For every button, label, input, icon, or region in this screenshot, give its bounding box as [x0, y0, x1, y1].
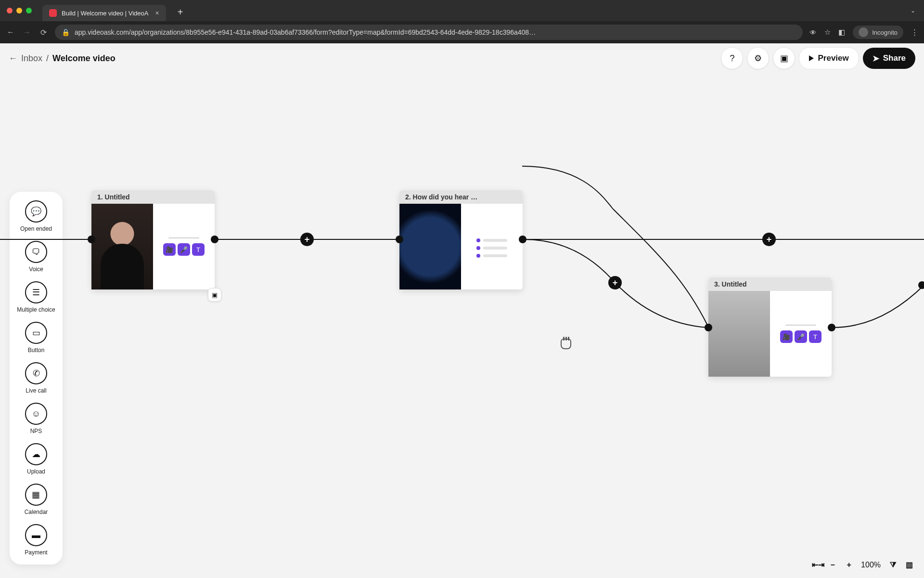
tab-overflow-icon[interactable]: ⌄: [911, 7, 915, 14]
new-tab-button[interactable]: +: [178, 7, 183, 18]
choice-option: [476, 246, 507, 250]
incognito-label: Incognito: [872, 29, 898, 36]
node-input-port[interactable]: [705, 324, 712, 331]
tool-multiple-choice[interactable]: ☰ Multiple choice: [17, 281, 55, 313]
window-close-icon[interactable]: [7, 8, 13, 13]
gear-icon: ⚙: [754, 53, 762, 64]
calendar-icon: ▦: [32, 489, 40, 500]
node-output-port[interactable]: [828, 324, 835, 331]
add-step-button[interactable]: +: [300, 233, 314, 246]
grid-view-icon[interactable]: ▥: [905, 560, 913, 569]
audio-answer-icon: 🎤: [795, 330, 807, 343]
url-input[interactable]: 🔒 app.videoask.com/app/organizations/8b9…: [55, 25, 803, 40]
add-step-button[interactable]: +: [762, 233, 776, 246]
tool-label: Voice: [29, 266, 43, 273]
card-icon: ▬: [32, 530, 40, 540]
incognito-icon: [859, 27, 868, 37]
bookmark-star-icon[interactable]: ☆: [824, 28, 831, 37]
text-answer-icon: T: [192, 243, 205, 256]
button-shape-icon: ▭: [32, 328, 40, 338]
node-title: 1. Untitled: [91, 190, 215, 204]
tab-close-icon[interactable]: ×: [155, 9, 159, 17]
node-title: 3. Untitled: [708, 277, 832, 291]
zoom-out-button[interactable]: −: [828, 561, 837, 569]
phone-icon: ✆: [33, 368, 40, 379]
help-icon: ?: [730, 53, 734, 64]
tool-label: Live call: [26, 387, 46, 394]
tool-nps[interactable]: ☺ NPS: [25, 403, 47, 434]
window-minimize-icon[interactable]: [16, 8, 22, 13]
tool-label: Button: [28, 347, 45, 354]
text-answer-icon: T: [809, 330, 821, 343]
help-button[interactable]: ?: [721, 47, 743, 69]
eye-off-icon[interactable]: 👁: [809, 28, 817, 37]
zoom-percent: 100%: [861, 561, 881, 569]
choice-option: [476, 254, 507, 258]
share-button[interactable]: ➤ Share: [863, 48, 915, 69]
tool-voice[interactable]: 🗨 Voice: [25, 241, 47, 273]
window-zoom-icon[interactable]: [26, 8, 32, 13]
list-icon: ☰: [32, 287, 40, 298]
window-controls[interactable]: [7, 8, 32, 13]
browser-tab[interactable]: Build | Welcome video | VideoA ×: [42, 5, 166, 21]
node-input-port[interactable]: [918, 281, 924, 289]
tool-label: Open ended: [20, 225, 52, 232]
responses-button[interactable]: ▣: [773, 47, 795, 69]
flow-node-3[interactable]: 3. Untitled 🎥 🎤 T: [708, 277, 832, 377]
incognito-badge[interactable]: Incognito: [853, 26, 903, 39]
contact-card-icon: ▣: [780, 53, 788, 64]
nav-forward-icon[interactable]: →: [22, 28, 32, 37]
add-step-button[interactable]: +: [608, 276, 622, 289]
breadcrumb-sep: /: [46, 53, 49, 64]
play-icon: [809, 55, 814, 61]
node-thumbnail: [399, 204, 461, 289]
filter-icon[interactable]: ⧩: [888, 561, 897, 569]
app-header: ← Inbox / Welcome video ? ⚙ ▣ Preview ➤ …: [0, 43, 924, 73]
extensions-icon[interactable]: ◧: [838, 28, 845, 37]
tool-open-ended[interactable]: 💬 Open ended: [20, 200, 52, 232]
tool-calendar[interactable]: ▦ Calendar: [25, 484, 48, 515]
tool-live-call[interactable]: ✆ Live call: [25, 362, 47, 394]
fit-width-icon[interactable]: ⇤⇥: [812, 560, 821, 569]
tab-favicon-icon: [49, 9, 57, 17]
nav-reload-icon[interactable]: ⟳: [38, 28, 48, 37]
share-label: Share: [883, 53, 906, 63]
browser-tab-strip: Build | Welcome video | VideoA × + ⌄: [0, 0, 924, 21]
tool-label: Calendar: [25, 509, 48, 515]
node-title: 2. How did you hear …: [399, 190, 523, 204]
preview-button[interactable]: Preview: [799, 47, 859, 69]
video-answer-icon: 🎥: [163, 243, 176, 256]
settings-button[interactable]: ⚙: [747, 47, 769, 69]
flow-canvas[interactable]: 💬 Open ended 🗨 Voice ☰ Multiple choice ▭…: [0, 73, 924, 578]
flow-node-1[interactable]: 1. Untitled 🎥 🎤 T: [91, 190, 215, 289]
upload-icon: ☁: [32, 449, 40, 460]
node-input-port[interactable]: [396, 236, 403, 243]
preview-label: Preview: [818, 53, 848, 63]
node-answer-preview: 🎥 🎤 T: [770, 291, 832, 377]
node-output-port[interactable]: [211, 236, 218, 243]
tool-label: NPS: [30, 428, 42, 434]
back-arrow-icon[interactable]: ←: [9, 53, 17, 64]
page-title: Welcome video: [52, 53, 116, 64]
tool-button[interactable]: ▭ Button: [25, 322, 47, 354]
node-input-port[interactable]: [88, 236, 95, 243]
node-contact-button[interactable]: ▣: [208, 288, 221, 302]
tool-label: Payment: [25, 549, 47, 556]
send-icon: ➤: [873, 53, 879, 64]
choice-option: [476, 238, 507, 242]
nav-back-icon[interactable]: ←: [6, 28, 15, 37]
flow-node-2[interactable]: 2. How did you hear …: [399, 190, 523, 289]
node-answer-preview: 🎥 🎤 T: [153, 204, 215, 289]
audio-answer-icon: 🎤: [178, 243, 190, 256]
tool-upload[interactable]: ☁ Upload: [25, 443, 47, 475]
node-output-port[interactable]: [519, 236, 526, 243]
zoom-in-button[interactable]: +: [845, 561, 853, 569]
tool-label: Upload: [27, 468, 45, 475]
breadcrumb-inbox[interactable]: Inbox: [21, 53, 42, 64]
tool-payment[interactable]: ▬ Payment: [25, 524, 47, 556]
voice-bubble-icon: 🗨: [32, 247, 40, 257]
browser-toolbar: ← → ⟳ 🔒 app.videoask.com/app/organizatio…: [0, 21, 924, 43]
tool-palette: 💬 Open ended 🗨 Voice ☰ Multiple choice ▭…: [10, 192, 63, 565]
url-text: app.videoask.com/app/organizations/8b955…: [75, 28, 536, 36]
browser-menu-icon[interactable]: ⋮: [911, 28, 918, 37]
